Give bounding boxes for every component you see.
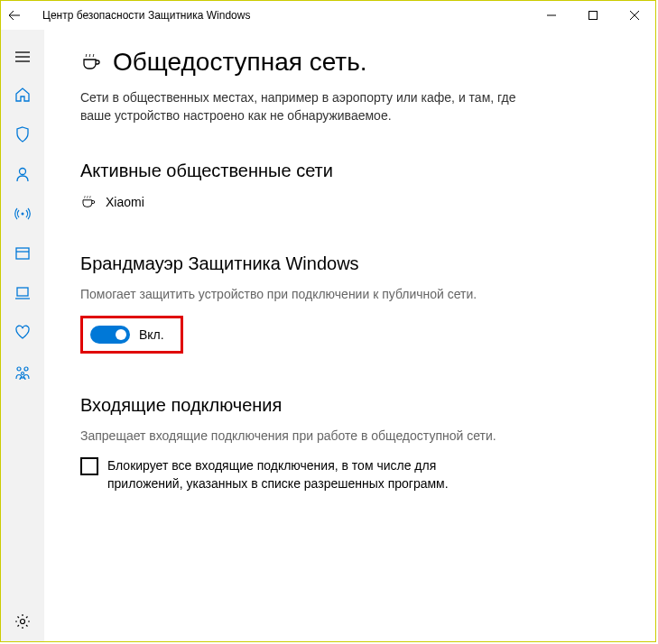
network-icon[interactable] [1, 194, 44, 234]
content: Общедоступная сеть. Сети в общественных … [44, 30, 655, 641]
block-incoming-row[interactable]: Блокирует все входящие подключения, в то… [80, 457, 619, 492]
shield-icon[interactable] [1, 115, 44, 154]
hamburger-icon[interactable] [1, 39, 44, 75]
svg-point-7 [20, 169, 26, 175]
svg-rect-11 [17, 288, 28, 296]
svg-rect-1 [589, 12, 598, 20]
close-button[interactable] [614, 1, 655, 30]
home-icon[interactable] [1, 75, 44, 115]
svg-rect-9 [16, 248, 29, 259]
minimize-button[interactable] [531, 1, 572, 30]
sidebar [1, 30, 44, 641]
incoming-heading: Входящие подключения [80, 395, 619, 416]
active-networks-section: Активные общественные сети Xiaomi [80, 161, 619, 210]
svg-point-8 [22, 213, 24, 216]
page-header: Общедоступная сеть. [80, 48, 619, 77]
svg-point-14 [24, 367, 28, 371]
svg-point-15 [22, 373, 24, 375]
firewall-toggle-label: Вкл. [139, 327, 164, 342]
coffee-icon [80, 194, 97, 210]
gear-icon[interactable] [1, 602, 44, 641]
heart-icon[interactable] [1, 313, 44, 353]
incoming-description: Запрещает входящие подключения при работ… [80, 428, 619, 443]
network-item: Xiaomi [80, 194, 619, 210]
toggle-knob [116, 329, 126, 340]
device-icon[interactable] [1, 273, 44, 313]
firewall-description: Помогает защитить устройство при подключ… [80, 287, 619, 301]
app-window: Центр безопасности Защитника Windows [0, 0, 656, 642]
firewall-highlight: Вкл. [80, 316, 183, 354]
incoming-section: Входящие подключения Запрещает входящие … [80, 395, 619, 492]
network-name: Xiaomi [106, 195, 144, 209]
maximize-button[interactable] [572, 1, 614, 30]
page-title: Общедоступная сеть. [113, 48, 367, 77]
body: Общедоступная сеть. Сети в общественных … [1, 30, 655, 641]
coffee-icon [80, 51, 102, 73]
svg-point-16 [21, 620, 25, 624]
family-icon[interactable] [1, 353, 44, 392]
firewall-heading: Брандмауэр Защитника Windows [80, 253, 619, 274]
firewall-section: Брандмауэр Защитника Windows Помогает за… [80, 253, 619, 386]
block-incoming-checkbox[interactable] [80, 457, 98, 475]
svg-point-13 [17, 367, 21, 371]
app-browser-icon[interactable] [1, 234, 44, 273]
page-description: Сети в общественных местах, например в а… [80, 89, 550, 124]
person-icon[interactable] [1, 154, 44, 194]
active-networks-heading: Активные общественные сети [80, 161, 619, 181]
window-controls [531, 1, 655, 30]
firewall-toggle[interactable] [90, 326, 130, 344]
window-title: Центр безопасности Защитника Windows [42, 9, 250, 22]
block-incoming-label: Блокирует все входящие подключения, в то… [107, 457, 496, 492]
back-button[interactable] [8, 9, 33, 22]
